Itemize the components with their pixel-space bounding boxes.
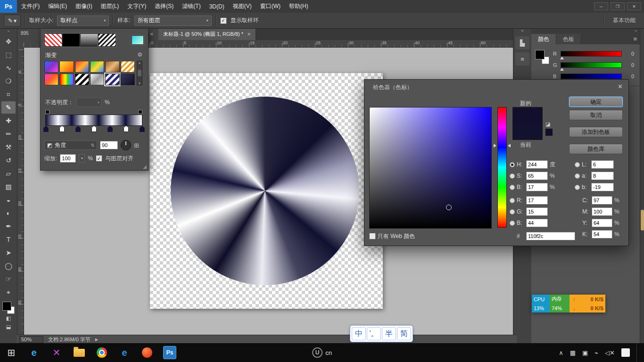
gradient-type-gray[interactable] [80, 33, 98, 47]
ok-button[interactable]: 确定 [569, 97, 623, 107]
m-input[interactable] [592, 207, 612, 216]
expand-panels-icon[interactable]: « [521, 28, 523, 35]
menu-item-8[interactable]: 3D(D) [205, 0, 229, 13]
gradient-preset-6[interactable] [121, 61, 135, 73]
channel-slider[interactable] [561, 51, 622, 57]
folder-icon[interactable] [68, 343, 91, 362]
tab-close-icon[interactable]: ✕ [150, 32, 154, 37]
menu-item-1[interactable]: 文件(F) [17, 0, 44, 13]
gradient-stop-3[interactable] [75, 126, 81, 132]
gradient-type-foreground[interactable] [44, 33, 62, 47]
scale-input[interactable] [60, 154, 76, 163]
menu-item-7[interactable]: 滤镜(T) [178, 0, 205, 13]
scrollbar-thumb[interactable] [138, 70, 141, 76]
gradient-type-preview[interactable] [132, 35, 144, 45]
menu-item-9[interactable]: 视图(V) [229, 0, 256, 13]
angle-dial[interactable] [121, 140, 131, 150]
add-to-swatches-button[interactable]: 添加到色板 [569, 127, 623, 137]
hue-slider[interactable] [497, 107, 507, 228]
y-input[interactable] [592, 219, 612, 227]
canvas[interactable] [150, 73, 383, 309]
tray-apps-icon[interactable]: ▦ [570, 349, 576, 356]
presets-scrollbar[interactable]: ▲ ▼ [137, 61, 142, 85]
slider-thumb[interactable] [560, 57, 564, 59]
collapsed-panel-info[interactable]: ≡ [515, 52, 529, 66]
angle-dropdown[interactable]: ◩ 角度 ⇅ [44, 140, 97, 150]
document-tab-active[interactable]: 未标题-1 @ 50% (椭圆 1, RGB/8) * ✕ [158, 28, 256, 40]
menu-item-10[interactable]: 窗口(W) [256, 0, 285, 13]
menu-item-4[interactable]: 图层(L) [97, 0, 124, 13]
align-layer-checkbox[interactable]: ✓ [96, 155, 102, 162]
close-icon[interactable]: ✕ [618, 83, 623, 90]
chevron-down-icon[interactable]: ▾ [79, 154, 85, 163]
gradient-stop-1[interactable] [43, 126, 49, 132]
menu-item-2[interactable]: 编辑(E) [44, 0, 71, 13]
close-button[interactable]: ✕ [627, 2, 641, 10]
grid-icon[interactable]: ⊞ [134, 142, 139, 149]
ruler-v[interactable]: 05101520253035 [17, 47, 24, 335]
r-radio[interactable] [510, 198, 515, 203]
photoshop-taskbar-icon[interactable]: Ps [158, 343, 181, 362]
a-radio[interactable] [575, 173, 580, 179]
gear-icon[interactable]: ⚙ [137, 51, 142, 58]
gradient-preset-3[interactable] [75, 61, 89, 73]
l-input[interactable] [591, 160, 614, 169]
r-input[interactable] [526, 196, 548, 205]
opacity-dropdown[interactable]: ▾ [76, 98, 102, 107]
b3-input[interactable] [591, 183, 614, 191]
minimize-button[interactable]: ─ [594, 2, 608, 10]
gradient-preset-2[interactable] [59, 61, 74, 73]
gradient-type-stripes[interactable] [98, 33, 116, 47]
history-brush-tool[interactable]: ↺ [1, 154, 16, 166]
b2-input[interactable] [526, 219, 548, 227]
start-button[interactable]: ⊞ [0, 343, 23, 362]
panel-tab-swatches[interactable]: 色板 [556, 34, 581, 44]
opacity-stop-left[interactable] [45, 110, 50, 114]
c-input[interactable] [592, 196, 612, 205]
hex-input[interactable] [526, 232, 575, 240]
show-desktop-button[interactable] [636, 343, 639, 362]
h-radio[interactable] [510, 162, 515, 167]
sample-dropdown[interactable]: 所有图层 ▾ [134, 16, 212, 26]
gradient-stop-4[interactable] [91, 126, 97, 132]
brush-tool[interactable]: ✏ [1, 128, 16, 140]
gradient-stop-5[interactable] [107, 126, 113, 132]
panel-foreground-chip[interactable] [535, 50, 545, 59]
tray-network-icon[interactable]: ⌁ [594, 349, 598, 356]
quick-selection-tool[interactable]: ❍ [1, 75, 16, 87]
shape-tool[interactable]: ◯ [1, 260, 16, 272]
gradient-stop-2[interactable] [59, 126, 65, 132]
screen-mode-button[interactable]: ⬓ [2, 322, 15, 331]
edge-browser-icon[interactable]: e [23, 343, 45, 362]
pen-tool[interactable]: ✒ [1, 220, 16, 232]
red-browser-icon[interactable] [136, 343, 158, 362]
sample-size-dropdown[interactable]: 取样点 ▾ [57, 16, 109, 26]
tray-chevron-icon[interactable]: ∧ [559, 349, 563, 356]
gradient-preset-4[interactable] [90, 61, 104, 73]
s-radio[interactable] [510, 173, 515, 179]
gradient-preset-10[interactable] [90, 74, 104, 85]
menu-item-6[interactable]: 选择(S) [150, 0, 178, 13]
dock-scrollbar[interactable] [640, 28, 644, 343]
eyedropper-tool[interactable]: ✎ [1, 101, 16, 114]
gradient-stop-7[interactable] [140, 126, 145, 132]
gradient-tool[interactable]: ▨ [1, 181, 16, 193]
ime-item-2[interactable]: '。 [367, 327, 381, 340]
foreground-color-swatch[interactable] [2, 302, 11, 311]
move-tool[interactable]: ✥ [1, 35, 16, 48]
status-menu-icon[interactable]: ▶ [95, 337, 98, 342]
gradient-type-solid[interactable] [62, 33, 80, 47]
b2-radio[interactable] [510, 221, 515, 226]
web-gamut-cube-icon[interactable]: ◪ [545, 121, 550, 127]
ime-item-4[interactable]: 简 [397, 327, 411, 340]
panel-menu-icon[interactable]: ≡ [633, 35, 637, 42]
blur-tool[interactable]: ◒ [1, 194, 16, 206]
gradient-preset-12[interactable] [121, 74, 135, 85]
gradient-preset-7[interactable] [44, 74, 58, 85]
hue-marker-right-icon[interactable] [508, 144, 511, 148]
web-only-checkbox[interactable] [369, 233, 376, 239]
dodge-tool[interactable]: ◐ [1, 207, 16, 219]
gradient-stop-6[interactable] [124, 126, 129, 132]
scroll-up-icon[interactable]: ▲ [138, 61, 141, 64]
gradient-preset-1[interactable] [44, 61, 58, 73]
